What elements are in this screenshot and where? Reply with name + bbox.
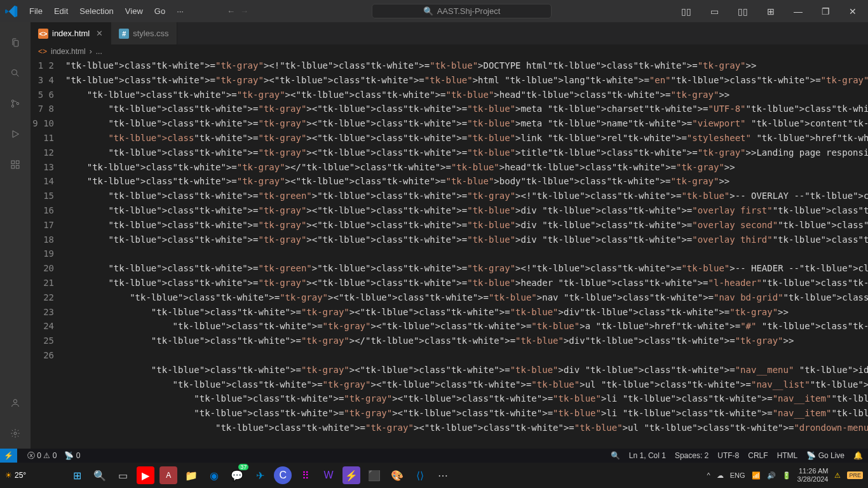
- language-mode[interactable]: HTML: [777, 451, 798, 460]
- taskbar-search[interactable]: 🔍: [91, 466, 109, 484]
- language-indicator[interactable]: ENG: [730, 471, 745, 479]
- app-cube[interactable]: ⬛: [365, 466, 383, 484]
- app-w[interactable]: W: [320, 466, 337, 484]
- html-file-icon: <>: [38, 29, 48, 39]
- battery-icon[interactable]: 🔋: [782, 471, 791, 480]
- clock[interactable]: 11:26 AM 3/28/2024: [797, 467, 829, 484]
- svg-rect-5: [11, 161, 15, 164]
- port-indicator[interactable]: 📡 0: [64, 451, 80, 460]
- windows-taskbar: ☀25° ⊞ 🔍 ▭ ▶ A 📁 ◉ 💬37 ✈ C ⠿ W ⚡ ⬛ 🎨 ⟨⟩ …: [0, 463, 868, 488]
- activity-bar: [0, 22, 31, 449]
- access-app[interactable]: A: [159, 466, 177, 484]
- search-text: AAST.Shj-Project: [437, 6, 501, 16]
- vscode-logo: [5, 5, 18, 18]
- overflow-icon[interactable]: ⋯: [434, 466, 452, 484]
- volume-icon[interactable]: 🔊: [767, 471, 776, 480]
- nav-back[interactable]: ←: [227, 6, 235, 16]
- notifications-icon[interactable]: 🔔: [853, 451, 863, 460]
- tab-label: index.html: [52, 29, 90, 38]
- line-numbers: 1 2 3 4 5 6 7 8 9 10 11 12 13 14 15 16 1…: [31, 58, 65, 449]
- close-icon[interactable]: ✕: [96, 29, 103, 38]
- svg-rect-6: [11, 165, 15, 168]
- svg-point-2: [11, 100, 13, 102]
- menu-go[interactable]: Go: [149, 4, 170, 18]
- breadcrumb-left[interactable]: <> index.html › ...: [31, 44, 868, 58]
- menu-view[interactable]: View: [120, 4, 148, 18]
- layout-custom-icon[interactable]: ⊞: [761, 4, 781, 19]
- eol[interactable]: CRLF: [748, 451, 768, 460]
- weather-widget[interactable]: ☀25°: [5, 471, 26, 480]
- feedback-icon[interactable]: 🔍: [611, 451, 620, 460]
- close-button[interactable]: ✕: [843, 4, 863, 19]
- nav-arrows: ← →: [227, 6, 248, 16]
- code-content[interactable]: "tk-lblue">class"tk-white">="tk-gray"><!…: [65, 58, 868, 449]
- edge-browser[interactable]: ◉: [205, 466, 223, 484]
- app-dots[interactable]: ⠿: [297, 466, 315, 484]
- status-bar: ⚡ ⓧ 0 ⚠ 0 📡 0 🔍 Ln 1, Col 1 Spaces: 2 UT…: [0, 449, 868, 463]
- remote-indicator[interactable]: ⚡: [0, 449, 17, 463]
- tray-up-icon[interactable]: ^: [707, 471, 710, 479]
- tab-label: styles.css: [133, 29, 168, 38]
- nav-forward[interactable]: →: [240, 6, 248, 16]
- explorer-icon[interactable]: [0, 27, 31, 58]
- svg-line-1: [17, 74, 18, 76]
- svg-point-9: [13, 400, 17, 403]
- settings-icon[interactable]: [0, 418, 31, 449]
- css-file-icon: #: [119, 29, 129, 39]
- svg-point-4: [17, 102, 18, 104]
- svg-point-0: [12, 70, 17, 75]
- layout-panel-icon[interactable]: ▭: [704, 4, 725, 19]
- breadcrumb-item[interactable]: index.html: [51, 47, 86, 56]
- html-file-icon: <>: [38, 47, 47, 56]
- layout-primary-icon[interactable]: ▯▯: [675, 4, 698, 19]
- vscode-taskbar[interactable]: ⟨⟩: [411, 466, 429, 484]
- debug-icon[interactable]: [0, 119, 31, 149]
- encoding[interactable]: UTF-8: [717, 451, 739, 460]
- wifi-icon[interactable]: 📶: [752, 471, 761, 480]
- problems-indicator[interactable]: ⓧ 0 ⚠ 0: [27, 451, 57, 461]
- maximize-button[interactable]: ❐: [815, 4, 836, 19]
- menu-bar: File Edit Selection View Go ···: [24, 4, 189, 18]
- tab-index-html[interactable]: <> index.html ✕: [31, 22, 111, 44]
- go-live[interactable]: 📡 Go Live: [806, 451, 844, 460]
- time: 11:26 AM: [797, 467, 829, 475]
- indentation[interactable]: Spaces: 2: [675, 451, 709, 460]
- tab-styles-css[interactable]: # styles.css: [111, 22, 177, 44]
- menu-edit[interactable]: Edit: [49, 4, 73, 18]
- menu-selection[interactable]: Selection: [74, 4, 118, 18]
- app-c[interactable]: C: [274, 466, 292, 484]
- svg-point-10: [14, 432, 17, 435]
- file-explorer[interactable]: 📁: [182, 466, 200, 484]
- cursor-position[interactable]: Ln 1, Col 1: [629, 451, 666, 460]
- layout-secondary-icon[interactable]: ▯▯: [731, 4, 754, 19]
- titlebar: File Edit Selection View Go ··· ← → 🔍 AA…: [0, 0, 868, 22]
- menu-file[interactable]: File: [24, 4, 48, 18]
- start-button[interactable]: ⊞: [68, 466, 86, 484]
- svg-rect-7: [16, 165, 19, 168]
- extensions-icon[interactable]: [0, 149, 31, 180]
- chevron-right-icon: ›: [90, 47, 92, 56]
- search-icon[interactable]: [0, 58, 31, 88]
- minimize-button[interactable]: —: [787, 4, 809, 19]
- tray-app2[interactable]: PRE: [847, 471, 863, 479]
- svg-point-3: [11, 105, 13, 107]
- search-icon: 🔍: [423, 6, 433, 16]
- account-icon[interactable]: [0, 388, 31, 418]
- breadcrumb-item[interactable]: ...: [96, 47, 102, 56]
- source-control-icon[interactable]: [0, 88, 31, 119]
- app-purple[interactable]: ⚡: [342, 466, 360, 484]
- figma-app[interactable]: 🎨: [388, 466, 406, 484]
- menu-more[interactable]: ···: [172, 4, 189, 18]
- whatsapp-app[interactable]: 💬37: [228, 466, 246, 484]
- onedrive-icon[interactable]: ☁: [717, 471, 724, 480]
- date: 3/28/2024: [797, 475, 829, 484]
- task-view[interactable]: ▭: [114, 466, 132, 484]
- youtube-app[interactable]: ▶: [137, 466, 154, 484]
- code-editor-left[interactable]: 1 2 3 4 5 6 7 8 9 10 11 12 13 14 15 16 1…: [31, 58, 868, 449]
- editor-group-left: <> index.html ✕ # styles.css ▯▯ ··· <> i…: [31, 22, 868, 449]
- telegram-app[interactable]: ✈: [251, 466, 269, 484]
- command-center[interactable]: 🔍 AAST.Shj-Project: [372, 4, 552, 18]
- tray-app1[interactable]: ⚠: [834, 471, 841, 480]
- svg-rect-8: [16, 161, 19, 164]
- weather-temp: 25°: [15, 471, 26, 480]
